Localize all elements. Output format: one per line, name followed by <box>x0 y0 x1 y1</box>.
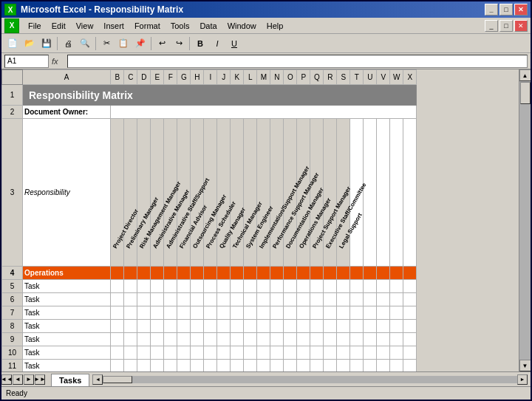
col-header-k[interactable]: K <box>231 70 244 85</box>
col-header-p[interactable]: P <box>297 70 310 85</box>
ops-f[interactable] <box>164 267 177 280</box>
menu-data[interactable]: Data <box>195 20 221 32</box>
menu-window[interactable]: Window <box>223 20 261 32</box>
menu-file[interactable]: File <box>24 20 46 32</box>
ops-l[interactable] <box>244 267 257 280</box>
task-5-d[interactable] <box>137 280 151 293</box>
horizontal-scrollbar[interactable]: ◄ ► <box>92 374 528 385</box>
task-7-a[interactable]: Task <box>23 306 111 320</box>
task-5-w[interactable] <box>390 280 403 293</box>
task-5-a[interactable]: Task <box>23 280 111 293</box>
task-5-n[interactable] <box>270 280 284 293</box>
task-5-m[interactable] <box>257 280 270 293</box>
task-5-h[interactable] <box>191 280 204 293</box>
col-header-v[interactable]: V <box>377 70 390 85</box>
scroll-thumb-h[interactable] <box>103 376 132 383</box>
sheet-tab-tasks[interactable]: Tasks <box>51 374 89 387</box>
ops-o[interactable] <box>284 267 297 280</box>
vertical-scrollbar[interactable]: ▲ ▼ <box>519 69 531 371</box>
ops-i[interactable] <box>204 267 217 280</box>
app-minimize-button[interactable]: _ <box>485 20 498 32</box>
app-close-button[interactable]: ✕ <box>514 20 528 32</box>
task-5-t[interactable] <box>350 280 364 293</box>
ops-b[interactable] <box>111 267 124 280</box>
task-5-i[interactable] <box>204 280 217 293</box>
col-header-i[interactable]: I <box>204 70 217 85</box>
ops-d[interactable] <box>137 267 151 280</box>
col-header-g[interactable]: G <box>177 70 191 85</box>
col-header-t[interactable]: T <box>350 70 364 85</box>
ops-u[interactable] <box>364 267 377 280</box>
restore-button[interactable]: □ <box>499 4 513 16</box>
col-header-l[interactable]: L <box>244 70 257 85</box>
underline-button[interactable]: U <box>226 36 242 51</box>
ops-k[interactable] <box>231 267 244 280</box>
scroll-track-h[interactable] <box>103 376 517 383</box>
tab-nav-prev[interactable]: ◄ <box>13 374 23 385</box>
ops-r[interactable] <box>324 267 337 280</box>
open-button[interactable]: 📂 <box>21 36 38 51</box>
name-box[interactable] <box>4 55 49 68</box>
scroll-track-v[interactable] <box>519 81 531 360</box>
col-header-o[interactable]: O <box>284 70 297 85</box>
task-11-a[interactable]: Task <box>23 360 111 372</box>
undo-button[interactable]: ↩ <box>154 36 170 51</box>
task-5-k[interactable] <box>231 280 244 293</box>
task-5-r[interactable] <box>324 280 337 293</box>
print-preview-button[interactable]: 🔍 <box>77 36 93 51</box>
tab-nav-last[interactable]: ►► <box>35 374 45 385</box>
ops-h[interactable] <box>191 267 204 280</box>
save-button[interactable]: 💾 <box>38 36 55 51</box>
ops-x[interactable] <box>403 267 417 280</box>
grid-scroll[interactable]: A B C D E F G H I J K L M N O <box>1 69 519 371</box>
ops-q[interactable] <box>310 267 324 280</box>
tab-nav-first[interactable]: ◄◄ <box>1 374 12 385</box>
ops-v[interactable] <box>377 267 390 280</box>
menu-insert[interactable]: Insert <box>99 20 129 32</box>
col-header-u[interactable]: U <box>364 70 377 85</box>
scroll-thumb-v[interactable] <box>520 82 531 104</box>
paste-button[interactable]: 📌 <box>132 36 149 51</box>
task-5-o[interactable] <box>284 280 297 293</box>
task-5-c[interactable] <box>124 280 137 293</box>
ops-j[interactable] <box>217 267 231 280</box>
bold-button[interactable]: B <box>192 36 208 51</box>
scroll-up-button[interactable]: ▲ <box>519 69 531 81</box>
print-button[interactable]: 🖨 <box>60 36 76 51</box>
menu-help[interactable]: Help <box>262 20 288 32</box>
task-5-l[interactable] <box>244 280 257 293</box>
col-header-d[interactable]: D <box>137 70 151 85</box>
task-5-v[interactable] <box>377 280 390 293</box>
ops-t[interactable] <box>350 267 364 280</box>
col-header-j[interactable]: J <box>217 70 231 85</box>
tab-nav-next[interactable]: ► <box>24 374 34 385</box>
task-5-p[interactable] <box>297 280 310 293</box>
col-header-n[interactable]: N <box>270 70 284 85</box>
col-header-a[interactable]: A <box>23 70 111 85</box>
task-5-x[interactable] <box>403 280 417 293</box>
task-9-a[interactable]: Task <box>23 333 111 346</box>
col-header-w[interactable]: W <box>390 70 403 85</box>
doc-owner-value[interactable] <box>111 106 417 119</box>
ops-e[interactable] <box>151 267 164 280</box>
task-5-f[interactable] <box>164 280 177 293</box>
menu-format[interactable]: Format <box>130 20 165 32</box>
copy-button[interactable]: 📋 <box>115 36 132 51</box>
task-5-e[interactable] <box>151 280 164 293</box>
new-button[interactable]: 📄 <box>4 36 21 51</box>
formula-bar[interactable] <box>67 55 528 68</box>
menu-tools[interactable]: Tools <box>166 20 194 32</box>
task-10-a[interactable]: Task <box>23 346 111 360</box>
task-5-g[interactable] <box>177 280 191 293</box>
task-5-s[interactable] <box>337 280 350 293</box>
ops-c[interactable] <box>124 267 137 280</box>
col-header-x[interactable]: X <box>403 70 417 85</box>
task-8-a[interactable]: Task <box>23 320 111 333</box>
menu-edit[interactable]: Edit <box>47 20 70 32</box>
redo-button[interactable]: ↪ <box>171 36 187 51</box>
col-header-h[interactable]: H <box>191 70 204 85</box>
scroll-right-button[interactable]: ► <box>517 374 528 385</box>
task-5-u[interactable] <box>364 280 377 293</box>
col-header-q[interactable]: Q <box>310 70 324 85</box>
close-button[interactable]: ✕ <box>514 4 528 16</box>
